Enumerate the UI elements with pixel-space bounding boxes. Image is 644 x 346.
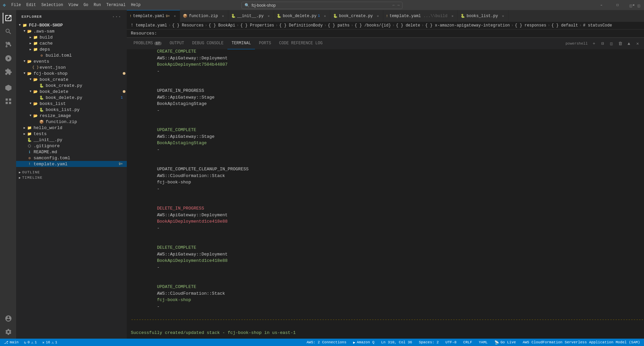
breadcrumb-item[interactable]: { } delete: [396, 23, 420, 28]
activity-run[interactable]: [3, 53, 13, 64]
sidebar-menu-button[interactable]: ···: [112, 14, 121, 19]
split-terminal-button[interactable]: ⊟: [599, 40, 606, 47]
tree-readme[interactable]: ℹ README.md: [16, 149, 127, 155]
tree-init-py[interactable]: 🐍 __init__.py: [16, 137, 127, 143]
maximize-panel-button[interactable]: ▲: [625, 40, 633, 47]
tab-close-button[interactable]: ✕: [323, 14, 327, 18]
nav-forward-icon[interactable]: →: [397, 3, 399, 8]
new-terminal-button[interactable]: +: [590, 40, 598, 47]
status-aws[interactable]: AWS: 2 Connections: [305, 340, 348, 344]
tree-outline[interactable]: ▶ OUTLINE: [16, 170, 127, 175]
search-input[interactable]: [252, 3, 391, 8]
tree-resize-image[interactable]: ▼ 📂 resize_image: [16, 113, 127, 119]
activity-remote[interactable]: [3, 96, 13, 107]
tab-close-button[interactable]: ✕: [501, 14, 505, 18]
activity-settings[interactable]: [3, 327, 13, 337]
menu-selection[interactable]: Selection: [39, 2, 66, 8]
tree-build[interactable]: ▶ 📁 build: [16, 34, 127, 40]
menu-go[interactable]: Go: [81, 2, 91, 8]
tree-root-fcj[interactable]: ▼ 📁 FCJ-BOOK-SHOP: [16, 22, 127, 28]
search-bar[interactable]: 🔍 ← →: [241, 2, 402, 9]
breadcrumb-item[interactable]: ! template.yaml: [131, 23, 167, 28]
breadcrumb-item[interactable]: { } responses: [515, 23, 546, 28]
breadcrumb-item[interactable]: { } /books/{id}: [355, 23, 391, 28]
tree-hello-world[interactable]: ▶ 📁 hello_world: [16, 125, 127, 131]
tab-function-zip[interactable]: 📦 function.zip ✕: [180, 10, 228, 22]
panel-tab-code-ref[interactable]: CODE REFERENCE LOG: [275, 38, 327, 50]
tree-tests[interactable]: ▶ 📁 tests: [16, 131, 127, 137]
tree-book-create-py[interactable]: 🐍 book_create.py: [16, 82, 127, 89]
tree-samconfig[interactable]: ⚙ samconfig.toml: [16, 155, 127, 161]
tab-template-yaml-build[interactable]: ! template.yaml ...\\build ✕: [383, 10, 458, 22]
terminal-trash-button[interactable]: 🗑: [616, 40, 624, 47]
activity-source-control[interactable]: [3, 40, 13, 50]
terminal-content[interactable]: Initiating deployment ==================…: [127, 49, 644, 339]
menu-edit[interactable]: Edit: [23, 2, 39, 8]
menu-run[interactable]: Run: [91, 2, 104, 8]
nav-back-icon[interactable]: ←: [393, 3, 395, 8]
activity-search[interactable]: [3, 26, 13, 37]
menu-view[interactable]: View: [66, 2, 81, 8]
tree-timeline[interactable]: ▶ TIMELINE: [16, 175, 127, 180]
terminal-layout-button[interactable]: ◫: [608, 40, 615, 47]
breadcrumb-item[interactable]: { } DefinitionBody: [279, 23, 323, 28]
maximize-button[interactable]: □: [610, 0, 625, 10]
status-language[interactable]: YAML: [478, 340, 489, 344]
tab-close-button[interactable]: ✕: [266, 14, 271, 18]
status-sam[interactable]: AWS CloudFormation Serverless Applicatio…: [521, 340, 641, 344]
tab-book-create-py[interactable]: 🐍 book_create.py ✕: [330, 10, 383, 22]
breadcrumb-item[interactable]: # statusCode: [583, 23, 612, 28]
close-panel-button[interactable]: ✕: [634, 40, 641, 47]
tree-events[interactable]: ▼ 📂 events: [16, 58, 127, 64]
tree-book-delete[interactable]: ▼ 📂 book_delete: [16, 89, 127, 95]
status-amazon-q[interactable]: ▶ Amazon Q: [352, 340, 376, 345]
tree-template-yaml[interactable]: ! template.yaml 9+: [16, 161, 127, 167]
tab-close-button[interactable]: ✕: [172, 14, 177, 18]
tree-aws-sam[interactable]: ▼ 📂 .aws-sam: [16, 28, 127, 34]
tab-books-list-py[interactable]: 🐍 books_list.py ✕: [458, 10, 508, 22]
panel-tab-debug[interactable]: DEBUG CONSOLE: [188, 38, 228, 50]
activity-extensions[interactable]: [3, 66, 13, 77]
menu-terminal[interactable]: Terminal: [104, 2, 128, 8]
tree-deps[interactable]: ▶ 📁 deps: [16, 46, 127, 52]
breadcrumb-item[interactable]: { } paths: [328, 23, 350, 28]
tab-template-yaml[interactable]: ! template.yaml 9+ ✕: [127, 10, 180, 22]
breadcrumb-item[interactable]: { } BookApi: [209, 23, 235, 28]
tab-init-py[interactable]: 🐍 __init__.py ✕: [228, 10, 274, 22]
tree-function-zip[interactable]: 📦 function.zip: [16, 119, 127, 125]
menu-file[interactable]: File: [9, 2, 24, 8]
tree-books-list[interactable]: ▼ 📂 books_list: [16, 101, 127, 107]
tree-build-toml[interactable]: ⚙ build.toml: [16, 52, 127, 58]
tree-book-delete-py[interactable]: 🐍 book_delete.py 1: [16, 95, 127, 101]
panel-tab-problems[interactable]: PROBLEMS 17: [129, 38, 166, 50]
activity-aws[interactable]: [3, 82, 13, 93]
activity-explorer[interactable]: [3, 13, 13, 23]
status-branch[interactable]: ⎇ main: [3, 340, 20, 345]
tab-close-button[interactable]: ✕: [450, 14, 455, 18]
tree-book-create[interactable]: ▼ 📂 book_create: [16, 76, 127, 82]
tree-cache[interactable]: ▶ 📁 cache: [16, 40, 127, 46]
breadcrumb-item[interactable]: { } Resources: [172, 23, 204, 28]
panel-tab-terminal[interactable]: TERMINAL: [227, 38, 255, 50]
panel-tab-ports[interactable]: PORTS: [255, 38, 275, 50]
panel-tab-output[interactable]: OUTPUT: [166, 38, 188, 50]
tab-close-button[interactable]: ✕: [221, 14, 225, 18]
minimize-button[interactable]: –: [594, 0, 609, 10]
menu-help[interactable]: Help: [128, 2, 144, 8]
breadcrumb-item[interactable]: { } default: [551, 23, 578, 28]
status-encoding[interactable]: UTF-8: [444, 340, 458, 344]
tab-book-delete-py[interactable]: 🐍 book_delete.py 1 ✕: [274, 10, 330, 22]
activity-account[interactable]: [3, 313, 13, 324]
status-spaces[interactable]: Spaces: 2: [418, 340, 440, 344]
tree-gitignore[interactable]: ⬡ .gitignore: [16, 143, 127, 149]
status-go-live[interactable]: 📡 Go Live: [493, 340, 517, 345]
tree-event-json[interactable]: { } event.json: [16, 64, 127, 70]
status-ln-col[interactable]: Ln 310, Col 36: [380, 340, 413, 344]
breadcrumb-item[interactable]: { } x-amazon-apigateway-integration: [425, 23, 510, 28]
status-errors[interactable]: ✕ 16 ⚠ 1: [41, 340, 59, 345]
tree-books-list-py[interactable]: 🐍 books_list.py: [16, 107, 127, 113]
tree-fcj-folder[interactable]: ▼ 📂 fcj-book-shop: [16, 70, 127, 76]
status-line-ending[interactable]: CRLF: [462, 340, 473, 344]
breadcrumb-item[interactable]: { } Properties: [240, 23, 274, 28]
tab-close-button[interactable]: ✕: [376, 14, 380, 18]
